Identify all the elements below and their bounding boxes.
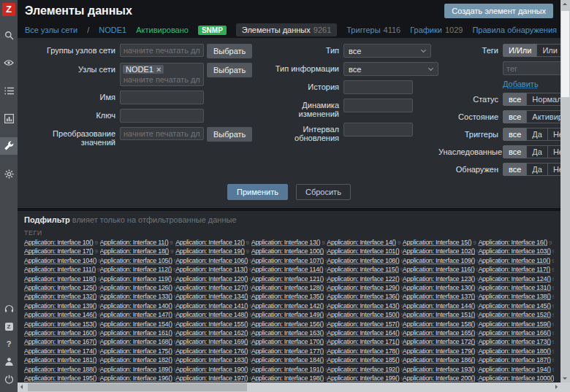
tag-subfilter-link[interactable]: Application: Interface 123() [403,275,475,283]
vertical-scrollbar[interactable] [560,0,570,383]
tag-subfilter-link[interactable]: Application: Interface 110() [478,257,550,264]
tag-subfilter-link[interactable]: Application: Interface 160() [24,329,96,337]
tag-subfilter-link[interactable]: Application: Interface 17() [24,247,93,255]
tag-subfilter-link[interactable]: Application: Interface 176() [175,347,248,355]
tag-subfilter-link[interactable]: Application: Interface 182() [100,356,172,364]
tag-subfilter-link[interactable]: Application: Interface 188() [24,366,96,373]
tab-triggers[interactable]: Триггеры4116 [346,26,400,34]
tag-subfilter-link[interactable]: Application: Interface 198() [251,374,324,382]
tag-subfilter-link[interactable]: Application: Interface 172() [403,338,475,345]
tag-subfilter-link[interactable]: Application: Interface 130() [403,284,475,291]
tag-subfilter-link[interactable]: Application: Interface 187() [478,356,550,364]
tag-subfilter-link[interactable]: Application: Interface 107() [251,257,324,264]
tag-subfilter-link[interactable]: Application: Interface 140() [100,302,172,310]
help-icon[interactable]: ? [0,335,18,353]
tag-subfilter-link[interactable]: Application: Interface 195() [24,374,96,382]
support-headset-icon[interactable] [0,300,18,318]
breadcrumb-all-hosts[interactable]: Все узлы сети [25,26,77,34]
hosts-multiselect[interactable]: NODE1× [120,63,204,86]
segment-option[interactable]: Да [526,163,548,176]
tag-subfilter-link[interactable]: Application: Interface 151() [403,311,475,318]
tag-subfilter-link[interactable]: Application: Interface 132() [24,293,96,300]
tab-graphs[interactable]: Графики1029 [410,26,463,34]
tag-subfilter-link[interactable]: Application: Interface 138() [478,293,550,300]
tag-subfilter-link[interactable]: Application: Interface 143() [327,302,399,310]
tag-subfilter-link[interactable]: Application: Interface 108() [327,257,399,264]
tag-subfilter-link[interactable]: Application: Interface 1000() [478,374,554,382]
segment-option[interactable]: все [503,93,527,106]
tag-subfilter-link[interactable]: Application: Interface 148() [175,311,248,318]
share-icon[interactable]: Z [0,318,18,335]
tag-subfilter-link[interactable]: Application: Interface 190() [175,366,248,373]
tag-subfilter-link[interactable]: Application: Interface 118() [24,275,96,283]
tag-subfilter-link[interactable]: Application: Interface 104() [24,257,96,264]
configuration-wrench-icon[interactable] [0,137,18,155]
tag-subfilter-link[interactable]: Application: Interface 167() [24,338,96,345]
segment-option[interactable]: Нормальный [526,93,560,106]
tag-subfilter-link[interactable]: Application: Interface 199() [327,374,399,382]
tag-subfilter-link[interactable]: Application: Interface 12() [175,239,244,246]
tab-discovery-rules-label[interactable]: Правила обнаружения [472,26,557,34]
key-field[interactable] [120,109,204,123]
tag-subfilter-link[interactable]: Application: Interface 119() [100,275,172,283]
tag-subfilter-link[interactable]: Application: Interface 192() [327,366,399,373]
tag-subfilter-link[interactable]: Application: Interface 152() [478,311,550,318]
tag-subfilter-link[interactable]: Application: Interface 180() [478,347,550,355]
interval-field[interactable] [343,123,413,137]
tag-subfilter-link[interactable]: Application: Interface 153() [24,320,96,328]
info-type-select[interactable]: все [343,62,438,76]
segment-option[interactable]: И/Или [503,44,537,57]
tag-subfilter-link[interactable]: Application: Interface 200() [403,374,475,382]
tag-subfilter-link[interactable]: Application: Interface 111() [24,266,96,273]
tag-subfilter-link[interactable]: Application: Interface 163() [251,329,324,337]
scroll-up-arrow-icon[interactable] [563,3,567,5]
tag-subfilter-link[interactable]: Application: Interface 120() [175,275,248,283]
tag-subfilter-link[interactable]: Application: Interface 102() [403,247,475,255]
tag-subfilter-link[interactable]: Application: Interface 139() [24,302,96,310]
tag-subfilter-link[interactable]: Application: Interface 175() [100,347,172,355]
tag-subfilter-link[interactable]: Application: Interface 101() [327,247,399,255]
history-field[interactable] [343,80,413,94]
segment-option[interactable]: Или [536,44,560,57]
tag-subfilter-link[interactable]: Application: Interface 185() [327,356,399,364]
scroll-down-arrow-icon[interactable] [563,377,567,380]
tag-name-input[interactable] [503,61,560,75]
inventory-list-icon[interactable] [0,82,18,99]
tag-subfilter-link[interactable]: Application: Interface 122() [327,275,399,283]
tag-subfilter-link[interactable]: Application: Interface 173() [478,338,550,345]
tag-subfilter-link[interactable]: Application: Interface 146() [24,311,96,318]
tab-graphs-label[interactable]: Графики [410,26,442,34]
tag-subfilter-link[interactable]: Application: Interface 134() [175,293,248,300]
tag-subfilter-link[interactable]: Application: Interface 116() [403,266,475,273]
trends-field[interactable] [343,99,413,112]
monitoring-eye-icon[interactable] [0,54,18,72]
apply-button[interactable]: Применить [227,184,288,200]
tag-subfilter-link[interactable]: Application: Interface 135() [251,293,324,300]
search-icon[interactable] [0,26,18,44]
create-item-button[interactable]: Создать элемент данных [444,4,553,18]
tag-subfilter-link[interactable]: Application: Interface 109() [403,257,475,264]
tag-subfilter-link[interactable]: Application: Interface 178() [327,347,399,355]
tag-subfilter-link[interactable]: Application: Interface 133() [100,293,172,300]
tag-subfilter-link[interactable]: Application: Interface 124() [478,275,550,283]
tag-subfilter-link[interactable]: Application: Interface 171() [327,338,399,345]
segment-option[interactable]: все [503,110,527,123]
tag-subfilter-link[interactable]: Application: Interface 117() [478,266,550,273]
tag-subfilter-link[interactable]: Application: Interface 183() [175,356,248,364]
tag-subfilter-link[interactable]: Application: Interface 147() [100,311,172,318]
segment-option[interactable]: Да [526,145,548,158]
segment-option[interactable]: Нет [547,145,560,158]
vertical-scrollbar-thumb[interactable] [561,11,569,97]
tag-subfilter-link[interactable]: Application: Interface 156() [251,320,324,328]
tag-subfilter-link[interactable]: Application: Interface 194() [478,366,550,373]
tag-subfilter-link[interactable]: Application: Interface 150() [327,311,399,318]
tag-subfilter-link[interactable]: Application: Interface 196() [100,374,172,382]
tag-subfilter-link[interactable]: Application: Interface 181() [24,356,96,364]
tag-subfilter-link[interactable]: Application: Interface 177() [251,347,324,355]
add-tag-link[interactable]: Добавить [503,80,539,88]
scroll-left-arrow-icon[interactable] [20,385,23,389]
tag-subfilter-link[interactable]: Application: Interface 126() [100,284,172,291]
host-groups-input[interactable] [123,45,201,55]
value-mapping-input[interactable] [123,128,201,139]
host-chip-remove-icon[interactable]: × [156,65,161,74]
